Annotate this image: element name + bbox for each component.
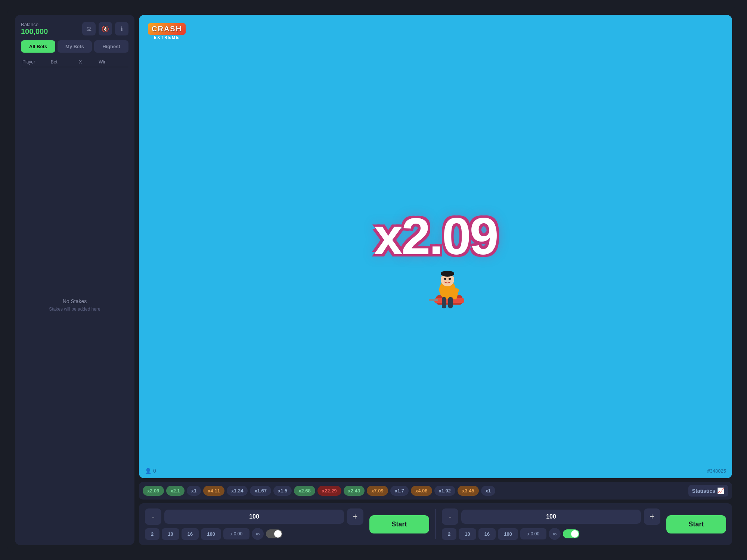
character (425, 265, 470, 310)
balance-icons: ⚖ 🔇 ℹ (82, 22, 128, 35)
right-quick-bet-16[interactable]: 16 (478, 528, 496, 540)
right-toggle-switch[interactable] (563, 529, 579, 538)
left-infinity-icon: ∞ (256, 531, 260, 537)
right-start-button[interactable]: Start (666, 515, 726, 533)
right-quick-bet-10[interactable]: 10 (459, 528, 476, 540)
multiplier-bar: x2.09 x2.1 x1 x4.11 x1.24 x1.67 x1.5 x2.… (139, 482, 732, 500)
mult-chip-7[interactable]: x2.68 (294, 486, 315, 496)
right-infinity-icon: ∞ (553, 531, 557, 537)
mult-chip-13[interactable]: x1.92 (434, 486, 456, 496)
left-toggle-container: ∞ (252, 528, 282, 540)
right-panel: CRASH EXTREME x2.09 (139, 15, 732, 545)
right-quick-bets-row: 2 10 16 100 x 0.00 ∞ (442, 528, 660, 540)
game-logo: CRASH EXTREME (148, 23, 186, 40)
svg-rect-2 (429, 299, 438, 301)
mult-chip-3[interactable]: x4.11 (203, 486, 224, 496)
left-start-button[interactable]: Start (369, 515, 429, 533)
game-area: CRASH EXTREME x2.09 (139, 15, 732, 478)
left-toggle-knob (274, 530, 282, 538)
no-stakes-title: No Stakes (63, 298, 87, 304)
mult-chip-11[interactable]: x1.7 (390, 486, 409, 496)
tab-all-bets[interactable]: All Bets (21, 40, 55, 53)
right-infinity-btn[interactable]: ∞ (549, 528, 561, 540)
left-quick-bet-16[interactable]: 16 (182, 528, 199, 540)
statistics-chart-icon: 📈 (717, 487, 725, 494)
balance-label: Balance (21, 22, 48, 27)
left-quick-bet-2[interactable]: 2 (145, 528, 159, 540)
info-icon: ℹ (121, 25, 123, 32)
balance-icon-btn[interactable]: ⚖ (82, 22, 96, 35)
mult-chip-10[interactable]: x7.09 (367, 486, 388, 496)
right-bet-value: 100 (461, 510, 641, 524)
left-bet-control: - 100 + 2 10 16 100 x 0.00 ∞ (145, 508, 363, 540)
mult-chip-9[interactable]: x2.43 (344, 486, 365, 496)
right-minus-btn[interactable]: - (442, 508, 458, 525)
mult-chip-8[interactable]: x22.29 (317, 486, 341, 496)
left-bet-value: 100 (164, 510, 344, 524)
no-stakes-subtitle: Stakes will be added here (49, 307, 100, 312)
balance-info: Balance 100,000 (21, 22, 48, 36)
tab-row: All Bets My Bets Highest (21, 40, 128, 53)
mult-chip-12[interactable]: x4.08 (411, 486, 432, 496)
right-x-value[interactable]: x 0.00 (520, 528, 546, 539)
mult-chip-0[interactable]: x2.09 (143, 486, 164, 496)
mult-chip-14[interactable]: x3.45 (458, 486, 479, 496)
left-plus-btn[interactable]: + (347, 508, 363, 525)
tab-my-bets[interactable]: My Bets (58, 40, 92, 53)
svg-point-5 (441, 271, 454, 277)
round-id: #348025 (707, 468, 726, 474)
balance-value: 100,000 (21, 27, 48, 36)
svg-rect-9 (442, 297, 446, 308)
table-header: Player Bet X Win (21, 57, 128, 67)
game-bottom-bar: 👤 0 #348025 (145, 468, 726, 474)
player-count-value: 0 (153, 468, 156, 474)
tab-highest[interactable]: Highest (94, 40, 128, 53)
mute-btn[interactable]: 🔇 (99, 22, 112, 35)
left-quick-bets-row: 2 10 16 100 x 0.00 ∞ (145, 528, 363, 540)
right-bet-control: - 100 + 2 10 16 100 x 0.00 ∞ (442, 508, 660, 540)
statistics-button[interactable]: Statistics 📈 (688, 485, 728, 497)
left-x-value[interactable]: x 0.00 (223, 528, 249, 539)
info-btn[interactable]: ℹ (115, 22, 128, 35)
balance-row: Balance 100,000 ⚖ 🔇 ℹ (21, 22, 128, 36)
svg-point-7 (449, 278, 451, 280)
left-infinity-btn[interactable]: ∞ (252, 528, 264, 540)
col-bet: Bet (51, 59, 79, 65)
mute-icon: 🔇 (102, 25, 109, 32)
col-player: Player (22, 59, 51, 65)
mult-chip-2[interactable]: x1 (187, 486, 201, 496)
left-bet-input-row: - 100 + (145, 508, 363, 525)
right-bet-input-row: - 100 + (442, 508, 660, 525)
left-minus-btn[interactable]: - (145, 508, 161, 525)
player-icon: 👤 (145, 468, 151, 474)
multiplier-display: x2.09 (374, 210, 497, 262)
left-quick-bet-100[interactable]: 100 (201, 528, 221, 540)
multiplier-value: x2.09 (374, 210, 497, 262)
mult-chip-1[interactable]: x2.1 (166, 486, 185, 496)
right-quick-bet-100[interactable]: 100 (498, 528, 518, 540)
right-quick-bet-2[interactable]: 2 (442, 528, 456, 540)
mult-chip-4[interactable]: x1.24 (227, 486, 248, 496)
mult-chip-6[interactable]: x1.5 (273, 486, 292, 496)
left-panel: Balance 100,000 ⚖ 🔇 ℹ All Bets My Bets H… (15, 15, 134, 545)
col-win: Win (99, 59, 127, 65)
controls-row: - 100 + 2 10 16 100 x 0.00 ∞ (139, 503, 732, 545)
right-toggle-container: ∞ (549, 528, 579, 540)
col-x: X (79, 59, 99, 65)
scale-icon: ⚖ (86, 25, 92, 32)
mult-chip-5[interactable]: x1.67 (250, 486, 271, 496)
right-toggle-knob (571, 530, 579, 538)
left-toggle-switch[interactable] (266, 529, 282, 538)
player-count: 👤 0 (145, 468, 156, 474)
statistics-label: Statistics (692, 488, 715, 494)
svg-rect-10 (448, 297, 453, 308)
logo-crash: CRASH (152, 25, 182, 33)
controls-divider (435, 509, 436, 539)
right-plus-btn[interactable]: + (644, 508, 660, 525)
logo-extreme: EXTREME (154, 35, 180, 40)
mult-chip-15[interactable]: x1 (481, 486, 495, 496)
svg-point-6 (444, 278, 446, 280)
no-stakes-area: No Stakes Stakes will be added here (21, 72, 128, 538)
left-quick-bet-10[interactable]: 10 (162, 528, 179, 540)
